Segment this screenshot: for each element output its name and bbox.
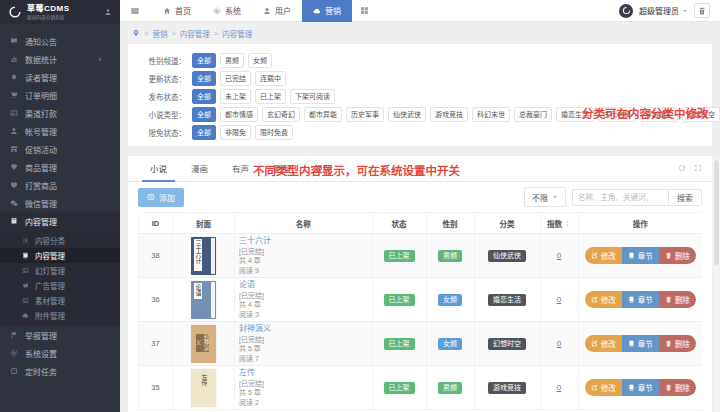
delete-button[interactable]: 删除 bbox=[659, 291, 696, 308]
delete-button[interactable]: 删除 bbox=[659, 335, 696, 352]
sidebar-item[interactable]: 打赏商品 bbox=[0, 176, 120, 194]
chapters-button[interactable]: 章节 bbox=[622, 379, 659, 396]
filter-chip[interactable]: 女频 bbox=[248, 53, 272, 68]
index-link[interactable]: 0 bbox=[557, 383, 561, 392]
topnav-item-系统[interactable]: 系统 bbox=[202, 0, 252, 22]
sidebar-item[interactable]: 渠道打款 bbox=[0, 104, 120, 122]
delete-button[interactable]: 删除 bbox=[659, 247, 696, 264]
edit-button[interactable]: 修改 bbox=[585, 335, 622, 352]
search-button[interactable]: 搜索 bbox=[668, 189, 702, 206]
filter-chip[interactable]: 全部 bbox=[192, 125, 216, 140]
sidebar-item[interactable]: 内容管理 bbox=[0, 212, 120, 230]
user-dropdown[interactable]: 超级管理员 bbox=[639, 5, 688, 16]
filter-chip[interactable]: 已上架 bbox=[255, 89, 286, 104]
filter-chip[interactable]: 玄幻奇幻 bbox=[262, 107, 300, 122]
sidebar-item[interactable]: 举报管理 bbox=[0, 326, 120, 344]
sidebar-item[interactable]: 促销活动 bbox=[0, 140, 120, 158]
edit-button[interactable]: 修改 bbox=[585, 379, 622, 396]
edit-button[interactable]: 修改 bbox=[585, 291, 622, 308]
topnav-item-营销[interactable]: 营销 bbox=[302, 0, 352, 22]
apps-grid-icon[interactable] bbox=[360, 6, 369, 15]
sidebar-subitem[interactable]: 素材管理 bbox=[0, 293, 120, 308]
filter-chip[interactable]: 未上架 bbox=[220, 89, 251, 104]
clear-cache-button[interactable] bbox=[694, 3, 710, 18]
topnav-right: 超级管理员 bbox=[619, 3, 720, 18]
topnav-item-用户[interactable]: 用户 bbox=[252, 0, 302, 22]
scope-dropdown[interactable]: 不限 bbox=[524, 187, 566, 207]
index-link[interactable]: 0 bbox=[557, 251, 561, 260]
sidebar-item[interactable]: 数据统计 bbox=[0, 50, 120, 68]
sidebar-subitem[interactable]: 内容分类 bbox=[0, 233, 120, 248]
hamburger-icon[interactable] bbox=[130, 6, 140, 16]
cell-status: 已上架 bbox=[372, 278, 426, 322]
credit-card-icon bbox=[10, 109, 18, 117]
filter-chip[interactable]: 全部 bbox=[192, 71, 216, 86]
edit-button[interactable]: 修改 bbox=[585, 247, 622, 264]
sidebar-item[interactable]: 系统设置 bbox=[0, 344, 120, 362]
topnav-item-label: 营销 bbox=[325, 5, 341, 16]
sidebar-subitem[interactable]: 广告管理 bbox=[0, 278, 120, 293]
book-cover[interactable]: 三十六计 bbox=[191, 237, 216, 275]
sidebar-item[interactable]: 微信管理 bbox=[0, 194, 120, 212]
chapters-button[interactable]: 章节 bbox=[622, 247, 659, 264]
add-button[interactable]: 添加 bbox=[138, 188, 184, 207]
sort-icon[interactable] bbox=[564, 220, 571, 227]
sidebar-item[interactable]: 商品管理 bbox=[0, 158, 120, 176]
breadcrumb-item[interactable]: 内容管理 bbox=[180, 28, 210, 39]
title-link[interactable]: 左传 bbox=[239, 368, 255, 379]
filter-chip[interactable]: 总裁豪门 bbox=[514, 107, 552, 122]
refresh-icon[interactable] bbox=[678, 164, 686, 172]
avatar[interactable] bbox=[619, 4, 633, 18]
tab-小说[interactable]: 小说 bbox=[138, 155, 179, 181]
filter-chip[interactable]: 已完结 bbox=[220, 71, 251, 86]
filter-chip[interactable]: 下架可阅读 bbox=[290, 89, 335, 104]
sidebar-subitem[interactable]: 内容管理 bbox=[0, 248, 120, 263]
tab-漫画[interactable]: 漫画 bbox=[179, 155, 220, 181]
title-link[interactable]: 三十六计 bbox=[239, 236, 271, 247]
title-meta: 共 4 章 bbox=[239, 300, 372, 309]
filter-chip[interactable]: 全部 bbox=[192, 53, 216, 68]
cell-gender: 女频 bbox=[426, 278, 474, 322]
filter-chip[interactable]: 男频 bbox=[220, 53, 244, 68]
sidebar-subitem[interactable]: 幻灯管理 bbox=[0, 263, 120, 278]
filter-chip[interactable]: 都市情感 bbox=[220, 107, 258, 122]
scrollbar-thumb[interactable] bbox=[714, 160, 719, 265]
chapters-button[interactable]: 章节 bbox=[622, 291, 659, 308]
title-link[interactable]: 论语 bbox=[239, 280, 255, 291]
book-cover[interactable]: 左传 bbox=[191, 369, 216, 407]
filter-chip[interactable]: 非限免 bbox=[220, 125, 251, 140]
title-link[interactable]: 封神演义 bbox=[239, 324, 271, 335]
filter-chip[interactable]: 历史军事 bbox=[346, 107, 384, 122]
topnav-item-首页[interactable]: 首页 bbox=[152, 0, 202, 22]
sidebar-item[interactable]: 通知公告 bbox=[0, 32, 120, 50]
expand-icon[interactable] bbox=[694, 164, 702, 172]
sidebar-item[interactable]: 订单明细 bbox=[0, 86, 120, 104]
filter-chip[interactable]: 科幻末世 bbox=[472, 107, 510, 122]
filter-chip[interactable]: 游戏竞技 bbox=[430, 107, 468, 122]
index-link[interactable]: 0 bbox=[557, 295, 561, 304]
sidebar-item[interactable]: 定时任务 bbox=[0, 362, 120, 380]
sidebar-item-label: 读者管理 bbox=[25, 72, 57, 83]
chapters-button[interactable]: 章节 bbox=[622, 335, 659, 352]
breadcrumb-item[interactable]: 营销 bbox=[152, 28, 167, 39]
action-button-label: 删除 bbox=[675, 382, 690, 393]
index-link[interactable]: 0 bbox=[557, 339, 561, 348]
chevron-left-icon bbox=[96, 56, 103, 63]
sidebar-item[interactable]: 读者管理 bbox=[0, 68, 120, 86]
sidebar-subitem[interactable]: 附件管理 bbox=[0, 308, 120, 323]
book-cover[interactable]: 封神演义 bbox=[191, 325, 216, 363]
filter-chip[interactable]: 连载中 bbox=[255, 71, 286, 86]
search-input[interactable] bbox=[572, 189, 668, 206]
wechat-icon bbox=[10, 199, 18, 207]
column-header: 性别 bbox=[426, 213, 474, 234]
column-header: 名称 bbox=[235, 213, 373, 234]
sidebar-item[interactable]: 帐号管理 bbox=[0, 122, 120, 140]
filter-chip[interactable]: 仙侠武侠 bbox=[388, 107, 426, 122]
book-cover[interactable]: 论语 bbox=[191, 281, 216, 319]
filter-chip[interactable]: 全部 bbox=[192, 107, 216, 122]
cover-label: 左传 bbox=[200, 374, 208, 386]
filter-chip[interactable]: 都市异能 bbox=[304, 107, 342, 122]
delete-button[interactable]: 删除 bbox=[659, 379, 696, 396]
filter-chip[interactable]: 全部 bbox=[192, 89, 216, 104]
filter-chip[interactable]: 限时免费 bbox=[255, 125, 293, 140]
